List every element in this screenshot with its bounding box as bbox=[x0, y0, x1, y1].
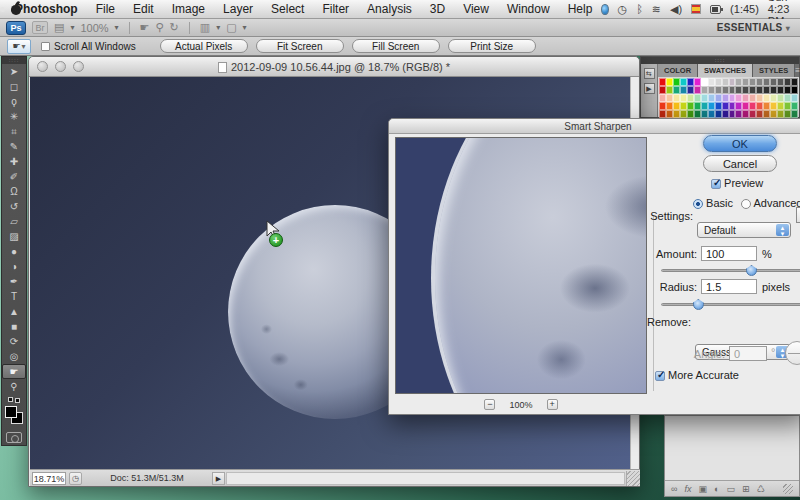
link-layers-icon[interactable]: ∞ bbox=[671, 484, 677, 494]
type-tool[interactable]: T bbox=[2, 289, 26, 304]
color-swatch[interactable] bbox=[666, 94, 673, 102]
color-swatch[interactable] bbox=[666, 78, 673, 86]
color-swatch[interactable] bbox=[680, 110, 687, 118]
color-swatch[interactable] bbox=[701, 78, 708, 86]
color-swatch[interactable] bbox=[680, 78, 687, 86]
foreground-color-swatch[interactable] bbox=[5, 406, 17, 418]
color-swatch[interactable] bbox=[749, 102, 756, 110]
path-selection-tool[interactable]: ▲ bbox=[2, 304, 26, 319]
color-swatch[interactable] bbox=[784, 110, 791, 118]
save-settings-button[interactable] bbox=[796, 207, 800, 223]
color-swatch[interactable] bbox=[791, 86, 798, 94]
color-swatch[interactable] bbox=[694, 94, 701, 102]
color-swatch[interactable] bbox=[729, 94, 736, 102]
document-titlebar[interactable]: 2012-09-09 10.56.44.jpg @ 18.7% (RGB/8) … bbox=[29, 57, 639, 77]
color-swatch[interactable] bbox=[784, 78, 791, 86]
color-swatch[interactable] bbox=[701, 110, 708, 118]
battery-icon[interactable] bbox=[710, 5, 721, 14]
color-swatch[interactable] bbox=[770, 78, 777, 86]
delete-layer-icon[interactable]: ♺ bbox=[756, 484, 764, 494]
tab-swatches[interactable]: SWATCHES bbox=[698, 64, 753, 77]
lasso-tool[interactable]: ϙ bbox=[2, 94, 26, 109]
color-swatch[interactable] bbox=[708, 78, 715, 86]
view-extras-dropdown[interactable]: ▾ bbox=[70, 23, 74, 32]
color-swatch[interactable] bbox=[770, 86, 777, 94]
color-swatch[interactable] bbox=[673, 86, 680, 94]
color-swatch[interactable] bbox=[763, 94, 770, 102]
magnifier-icon[interactable]: ⚲ bbox=[155, 21, 163, 34]
settings-dropdown[interactable]: Default ▲▼ bbox=[697, 222, 791, 238]
checkbox-checked-icon[interactable] bbox=[711, 179, 721, 189]
color-swatch[interactable] bbox=[742, 86, 749, 94]
color-swatch[interactable] bbox=[777, 110, 784, 118]
color-swatch[interactable] bbox=[680, 94, 687, 102]
quick-selection-tool[interactable]: ✳ bbox=[2, 109, 26, 124]
menu-item-filter[interactable]: Filter bbox=[313, 0, 358, 19]
move-tool[interactable]: ➤ bbox=[2, 64, 26, 79]
color-swatch[interactable] bbox=[791, 102, 798, 110]
color-swatch[interactable] bbox=[756, 86, 763, 94]
color-swatch[interactable] bbox=[791, 78, 798, 86]
hand-tool[interactable]: ☛ bbox=[2, 364, 26, 379]
color-swatch[interactable] bbox=[763, 110, 770, 118]
color-swatch[interactable] bbox=[729, 78, 736, 86]
radius-slider-thumb[interactable] bbox=[693, 299, 704, 310]
dodge-tool[interactable]: ◑ bbox=[2, 259, 26, 274]
color-swatch[interactable] bbox=[708, 102, 715, 110]
color-swatch[interactable] bbox=[756, 110, 763, 118]
zoom-level-dropdown[interactable]: ▾ bbox=[115, 23, 119, 32]
color-swatch[interactable] bbox=[791, 110, 798, 118]
arrange-documents-dropdown[interactable]: ▾ bbox=[216, 23, 220, 32]
color-swatch[interactable] bbox=[673, 94, 680, 102]
rotate-view-icon[interactable]: ↻ bbox=[170, 21, 179, 34]
menu-item-analysis[interactable]: Analysis bbox=[358, 0, 421, 19]
color-swatch[interactable] bbox=[715, 86, 722, 94]
default-colors-icon[interactable] bbox=[2, 394, 26, 404]
actual-pixels-button[interactable]: Actual Pixels bbox=[160, 39, 248, 53]
color-swatch[interactable] bbox=[722, 102, 729, 110]
color-swatch[interactable] bbox=[756, 78, 763, 86]
color-swatch[interactable] bbox=[659, 94, 666, 102]
color-swatch[interactable] bbox=[687, 110, 694, 118]
radius-field[interactable]: 1.5 bbox=[701, 279, 757, 294]
color-swatch[interactable] bbox=[659, 78, 666, 86]
color-swatch[interactable] bbox=[735, 102, 742, 110]
color-swatch[interactable] bbox=[701, 86, 708, 94]
workspace-switcher[interactable]: ESSENTIALS ▾ bbox=[717, 22, 790, 33]
checkbox-checked-icon[interactable] bbox=[655, 371, 665, 381]
hand-icon[interactable]: ☛ bbox=[140, 21, 150, 34]
swatches-grid[interactable] bbox=[658, 77, 799, 117]
collapse-panels-icon[interactable]: ⇆ bbox=[644, 68, 655, 79]
menu-item-select[interactable]: Select bbox=[262, 0, 313, 19]
gradient-tool[interactable]: ▨ bbox=[2, 229, 26, 244]
bluetooth-icon[interactable]: ᛒ bbox=[636, 3, 643, 15]
color-swatch[interactable] bbox=[715, 78, 722, 86]
color-swatch[interactable] bbox=[763, 86, 770, 94]
horizontal-scrollbar[interactable] bbox=[226, 472, 625, 485]
color-swatch[interactable] bbox=[749, 86, 756, 94]
color-swatch[interactable] bbox=[687, 86, 694, 94]
zoom-percent-field[interactable]: 18.71% bbox=[32, 472, 66, 485]
quick-mask-button[interactable] bbox=[6, 432, 22, 443]
launch-bridge-button[interactable]: Br bbox=[32, 21, 48, 34]
zoom-tool[interactable]: ⚲ bbox=[2, 379, 26, 394]
panel-menu-icon[interactable]: ≡ bbox=[795, 64, 800, 77]
hand-tool-preset[interactable]: ☛▾ bbox=[7, 39, 31, 54]
color-swatch[interactable] bbox=[763, 78, 770, 86]
color-swatch[interactable] bbox=[673, 78, 680, 86]
wifi-icon[interactable]: ≋ bbox=[652, 3, 661, 16]
sharpen-preview[interactable] bbox=[395, 137, 647, 394]
menu-item-file[interactable]: File bbox=[87, 0, 124, 19]
color-swatch[interactable] bbox=[659, 102, 666, 110]
color-swatch[interactable] bbox=[742, 102, 749, 110]
dialog-titlebar[interactable]: Smart Sharpen bbox=[389, 119, 800, 134]
color-swatch[interactable] bbox=[735, 110, 742, 118]
fill-screen-button[interactable]: Fill Screen bbox=[352, 39, 440, 53]
healing-brush-tool[interactable]: ✚ bbox=[2, 154, 26, 169]
color-swatch[interactable] bbox=[742, 110, 749, 118]
color-swatch[interactable] bbox=[666, 110, 673, 118]
marquee-tool[interactable]: ◻ bbox=[2, 79, 26, 94]
status-options-arrow[interactable]: ▶ bbox=[212, 472, 225, 485]
color-swatch[interactable] bbox=[722, 78, 729, 86]
color-swatch[interactable] bbox=[784, 94, 791, 102]
